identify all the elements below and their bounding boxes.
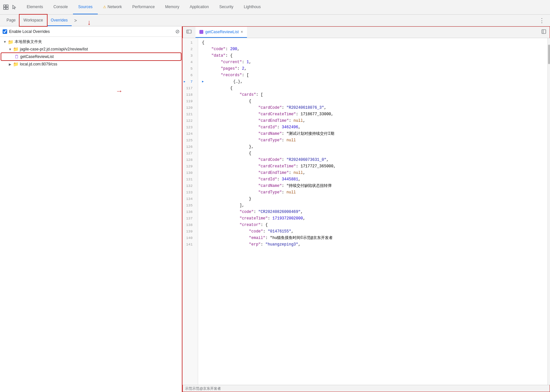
line-number-126: 126 bbox=[182, 144, 195, 150]
code-line-6: "records": [ bbox=[202, 72, 547, 78]
devtools-container: Elements Console Sources ⚠ Network Perfo… bbox=[0, 0, 550, 392]
tab-elements[interactable]: Elements bbox=[22, 0, 48, 14]
editor-sidebar-toggle[interactable] bbox=[184, 28, 194, 37]
tab-security[interactable]: Security bbox=[214, 0, 239, 14]
tab-network[interactable]: ⚠ Network bbox=[98, 0, 127, 14]
inspect-icon[interactable] bbox=[3, 4, 9, 10]
bottom-bar: 示范示范@京东开发者 bbox=[182, 385, 550, 392]
code-line-121: "cardCreateTime": 1718677_33000, bbox=[202, 111, 547, 118]
line-number-133: 133 bbox=[182, 189, 195, 196]
code-line-131: "cardId": 3445881, bbox=[202, 176, 547, 183]
svg-rect-6 bbox=[542, 30, 546, 34]
code-line-137: "createTime": 1719372002000, bbox=[202, 215, 547, 222]
line-number-141: 141 bbox=[182, 241, 195, 248]
line-number-118: 118 bbox=[182, 91, 195, 98]
editor-tab-getCaseReviewList[interactable]: getCaseReviewList × bbox=[195, 26, 247, 38]
code-line-129: "cardCreateTime": 1717727_365000, bbox=[202, 163, 547, 170]
domain-chevron: ▼ bbox=[8, 47, 12, 51]
line-number-120: 120 bbox=[182, 105, 195, 111]
line-number-1: 1 bbox=[182, 39, 195, 46]
line-number-137: 137 bbox=[182, 215, 195, 222]
code-line-118: "cards": [ bbox=[202, 91, 547, 98]
root-folder-item[interactable]: ▼ 📁 本地替换文件夹 bbox=[0, 38, 182, 46]
code-line-117: { bbox=[202, 85, 547, 91]
code-line-130: "cardEndTime": null, bbox=[202, 170, 547, 176]
root-folder-icon: 📁 bbox=[8, 39, 13, 45]
line-number-5: 5 bbox=[182, 65, 195, 72]
code-content: { "code": 200, "data": { "current": 1, "… bbox=[198, 38, 547, 385]
line-number-129: 129 bbox=[182, 163, 195, 170]
line-number-123: 123 bbox=[182, 124, 195, 131]
tab-workspace[interactable]: Workspace bbox=[20, 15, 47, 26]
line-number-117: 117 bbox=[182, 85, 195, 91]
code-line-124: "cardName": "测试计划对接持续交付I期 bbox=[202, 131, 547, 137]
svg-rect-1 bbox=[6, 5, 8, 7]
line-number-119: 119 bbox=[182, 98, 195, 105]
tab-application[interactable]: Application bbox=[184, 0, 214, 14]
file-icon: 🗒 bbox=[14, 54, 19, 59]
more-button[interactable]: > bbox=[73, 17, 78, 24]
domain-folder-item[interactable]: ▼ 📁 jagile-case-pr2.jd.com/api/v2/review… bbox=[0, 46, 182, 53]
line-number-4: 4 bbox=[182, 59, 195, 65]
line-numbers: 1234567117118119120121122123124125126127… bbox=[182, 38, 198, 385]
line-number-128: 128 bbox=[182, 157, 195, 163]
code-line-4: "current": 1, bbox=[202, 59, 547, 65]
code-line-7: ▶ {…}, bbox=[202, 78, 547, 85]
sources-subtoolbar: Page Workspace Overrides > ⋮ bbox=[0, 15, 550, 26]
editor-right-expand[interactable] bbox=[539, 28, 549, 36]
fold-arrow-7[interactable]: ▶ bbox=[202, 78, 204, 85]
clear-overrides-button[interactable]: ⊘ bbox=[175, 28, 180, 35]
tab-console[interactable]: Console bbox=[48, 0, 73, 14]
main-layout: Enable Local Overrides ⊘ ▼ 📁 本地替换文件夹 ▼ 📁… bbox=[0, 26, 550, 392]
code-line-125: "cardType": null bbox=[202, 137, 547, 144]
css-chevron: ▶ bbox=[8, 62, 12, 66]
scrollbar[interactable] bbox=[547, 38, 550, 385]
code-line-141: "erp": "huangzeping3", bbox=[202, 241, 547, 248]
code-line-122: "cardEndTime": null, bbox=[202, 118, 547, 124]
code-line-3: "data": { bbox=[202, 52, 547, 59]
code-line-132: "cardName": "持续交付缺陷状态扭转弹 bbox=[202, 183, 547, 189]
code-line-1: { bbox=[202, 39, 547, 46]
root-folder-label: 本地替换文件夹 bbox=[15, 39, 42, 45]
tab-performance[interactable]: Performance bbox=[127, 0, 160, 14]
line-number-131: 131 bbox=[182, 176, 195, 183]
css-folder-label: local.jd.com:8079/css bbox=[20, 62, 57, 66]
main-toolbar: Elements Console Sources ⚠ Network Perfo… bbox=[0, 0, 550, 15]
code-line-127: { bbox=[202, 150, 547, 157]
code-line-140: "email": "hu猫鱼摸鱼时间©示范@京东开发者 bbox=[202, 235, 547, 241]
svg-rect-2 bbox=[4, 7, 6, 9]
code-editor[interactable]: 1234567117118119120121122123124125126127… bbox=[182, 38, 550, 385]
tab-sources[interactable]: Sources bbox=[73, 0, 98, 14]
svg-rect-3 bbox=[6, 7, 8, 9]
code-line-138: "creator": { bbox=[202, 222, 547, 228]
domain-folder-label: jagile-case-pr2.jd.com/api/v2/review/lis… bbox=[20, 47, 88, 51]
editor-tab-label: getCaseReviewList bbox=[205, 30, 239, 34]
line-number-127: 127 bbox=[182, 150, 195, 157]
svg-rect-4 bbox=[187, 30, 191, 33]
left-panel: Enable Local Overrides ⊘ ▼ 📁 本地替换文件夹 ▼ 📁… bbox=[0, 26, 182, 392]
editor-tab-file-icon bbox=[199, 30, 203, 34]
line-number-125: 125 bbox=[182, 137, 195, 144]
cursor-icon[interactable] bbox=[11, 4, 18, 10]
line-number-7: 7 bbox=[182, 78, 195, 85]
tab-memory[interactable]: Memory bbox=[160, 0, 184, 14]
code-line-128: "cardCode": "R202406073631_0", bbox=[202, 157, 547, 163]
tab-page[interactable]: Page bbox=[3, 15, 20, 26]
file-tree: ▼ 📁 本地替换文件夹 ▼ 📁 jagile-case-pr2.jd.com/a… bbox=[0, 37, 182, 392]
css-folder-item[interactable]: ▶ 📁 local.jd.com:8079/css bbox=[0, 61, 182, 68]
file-label: getCaseReviewList bbox=[20, 54, 54, 59]
kebab-menu[interactable]: ⋮ bbox=[536, 16, 547, 25]
tab-overrides[interactable]: Overrides bbox=[47, 15, 72, 26]
tab-lighthouse[interactable]: Lighthous bbox=[239, 0, 266, 14]
enable-overrides-checkbox[interactable] bbox=[3, 29, 7, 34]
network-warn-icon: ⚠ bbox=[103, 5, 106, 9]
code-line-134: } bbox=[202, 196, 547, 202]
overrides-label: Enable Local Overrides bbox=[9, 29, 173, 34]
editor-tabs-bar: getCaseReviewList × bbox=[182, 26, 550, 38]
line-number-136: 136 bbox=[182, 209, 195, 215]
editor-tab-close[interactable]: × bbox=[241, 30, 243, 34]
code-line-126: }, bbox=[202, 144, 547, 150]
scrollbar-thumb[interactable] bbox=[548, 45, 550, 64]
file-item[interactable]: 🗒 getCaseReviewList bbox=[1, 53, 181, 60]
line-number-122: 122 bbox=[182, 118, 195, 124]
